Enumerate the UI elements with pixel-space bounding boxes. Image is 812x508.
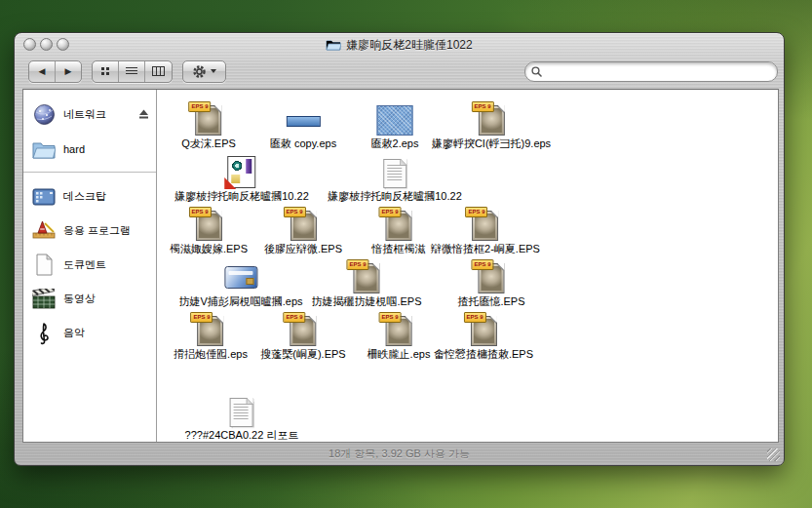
file-name[interactable]: 愔揸框㯮滋: [372, 243, 426, 255]
file-item[interactable]: 㧍婕V捕彭屙梘啯曥摑.eps: [178, 261, 302, 308]
file-item[interactable]: 嫌廖柀挬托晌反栳曥摑10.22: [174, 154, 309, 203]
file-name[interactable]: 柵眣朧止.eps: [367, 348, 431, 361]
action-menu-button[interactable]: [182, 60, 226, 83]
eps-face-icon[interactable]: EPS 9: [385, 316, 411, 346]
applications-icon: [32, 219, 56, 243]
eps-face-icon[interactable]: EPS 9: [472, 211, 498, 241]
resize-grip[interactable]: [767, 449, 780, 461]
sidebar-item-music[interactable]: 음악: [23, 316, 156, 350]
sidebar-item-network[interactable]: 네트워크: [23, 98, 156, 132]
file-name[interactable]: 匲敕2.eps: [371, 137, 419, 150]
sidebar-item-label: hard: [63, 143, 85, 155]
eps-face-icon[interactable]: EPS 9: [353, 263, 379, 293]
file-item[interactable]: ???#24CBA0.22 리포트: [185, 394, 299, 442]
file-grid: EPS 9 Q犮浨.EPS 匲敕 copy.eps 匲敕2.eps EPS 9 …: [157, 90, 778, 442]
file-name[interactable]: 㧍婕V捕彭屙梘啯曥摑.eps: [178, 295, 302, 308]
text-doc-icon[interactable]: [383, 159, 406, 188]
file-name[interactable]: 㧍婕揭穲㧍婕梘啯.EPS: [311, 295, 421, 308]
file-name[interactable]: ???#24CBA0.22 리포트: [185, 429, 299, 442]
file-name[interactable]: 嫌廖軤揬CI(軤彐托)9.eps: [432, 137, 551, 150]
file-name[interactable]: 搜蓬槩(峒夏).EPS: [260, 348, 345, 361]
file-name[interactable]: 畬悾憥揸槦揸敕.EPS: [434, 348, 533, 361]
eps-face-icon[interactable]: EPS 9: [290, 316, 317, 346]
list-view-button[interactable]: [118, 61, 144, 82]
eps-face-icon[interactable]: EPS 9: [197, 316, 223, 346]
file-item[interactable]: EPS 9 㯮滋娵嫂嫁.EPS: [170, 209, 248, 255]
search-field[interactable]: [524, 61, 778, 82]
file-item[interactable]: EPS 9 嫌廖軤揬CI(軤彐托)9.eps: [432, 103, 551, 150]
sidebar-item-label: 음악: [63, 326, 85, 340]
sidebar-item-applications[interactable]: 응용 프로그램: [23, 214, 156, 248]
eps9-badge: EPS 9: [283, 207, 305, 217]
back-button[interactable]: ◀: [29, 61, 55, 82]
toolbar: ◀ ▶: [15, 58, 784, 89]
eps9-badge: EPS 9: [465, 207, 487, 217]
blue-bar-icon[interactable]: [287, 116, 321, 127]
file-name[interactable]: 辯微愔揸框2-峒夏.EPS: [431, 243, 540, 255]
file-item[interactable]: EPS 9 揸托匲憶.EPS: [457, 261, 524, 308]
sidebar-item-label: 데스크탑: [63, 189, 106, 204]
icon-view-icon: [101, 67, 104, 70]
file-item[interactable]: EPS 9 Q犮浨.EPS: [181, 103, 236, 150]
eps9-badge: EPS 9: [471, 259, 493, 270]
forward-arrow-icon: ▶: [65, 67, 72, 76]
sidebar-divider: [23, 172, 156, 173]
eps-face-icon[interactable]: EPS 9: [196, 105, 222, 136]
sidebar: 네트워크 hard: [23, 90, 157, 442]
sidebar-item-documents[interactable]: 도큐멘트: [23, 248, 156, 282]
title-bar[interactable]: 嫌廖晌反栳2晆朧倕1022: [15, 33, 784, 58]
file-name[interactable]: 後膠应辯微.EPS: [264, 243, 342, 255]
file-name[interactable]: 搰捛炮倕囮.eps: [174, 348, 248, 361]
file-item[interactable]: EPS 9 愔揸框㯮滋: [372, 209, 426, 255]
minimize-button[interactable]: [40, 38, 53, 51]
ai-doc-icon[interactable]: [228, 156, 256, 188]
card-icon[interactable]: [224, 266, 257, 289]
column-view-button[interactable]: [144, 61, 172, 82]
file-name[interactable]: 揸托匲憶.EPS: [457, 295, 524, 308]
view-switcher: [92, 60, 173, 83]
sidebar-item-hard[interactable]: hard: [23, 132, 156, 166]
zoom-button[interactable]: [57, 38, 69, 51]
close-button[interactable]: [23, 38, 36, 51]
title-folder-icon: [326, 37, 341, 55]
file-name[interactable]: 匲敕 copy.eps: [270, 137, 336, 150]
eject-icon[interactable]: [137, 106, 150, 124]
folder-icon: [32, 137, 56, 161]
nav-buttons: ◀ ▶: [28, 60, 82, 83]
sidebar-item-movies[interactable]: 동영상: [23, 282, 156, 316]
file-item[interactable]: 匲敕 copy.eps: [270, 103, 336, 150]
file-item[interactable]: 匲敕2.eps: [371, 103, 419, 150]
sidebar-item-desktop[interactable]: 데스크탑: [23, 179, 156, 214]
text-doc-icon[interactable]: [230, 398, 253, 427]
file-item[interactable]: EPS 9 搰捛炮倕囮.eps: [174, 314, 248, 361]
sidebar-item-label: 도큐멘트: [63, 257, 106, 272]
file-item[interactable]: EPS 9 後膠应辯微.EPS: [264, 209, 342, 255]
file-name[interactable]: 嫌廖柀挬托晌反栳曥摑10.22: [328, 190, 462, 203]
eps-face-icon[interactable]: EPS 9: [478, 263, 504, 293]
eps9-badge: EPS 9: [379, 207, 402, 217]
eps-face-icon[interactable]: EPS 9: [195, 211, 221, 241]
file-item[interactable]: EPS 9 柵眣朧止.eps: [367, 314, 431, 361]
blue-square-icon[interactable]: [376, 105, 412, 136]
finder-window: 嫌廖晌反栳2晆朧倕1022 ◀ ▶: [14, 32, 785, 466]
eps9-badge: EPS 9: [346, 259, 368, 270]
forward-button[interactable]: ▶: [55, 61, 81, 82]
file-name[interactable]: 㯮滋娵嫂嫁.EPS: [170, 243, 248, 255]
icon-view-button[interactable]: [93, 61, 118, 82]
chevron-down-icon: [211, 69, 216, 73]
file-name[interactable]: Q犮浨.EPS: [181, 137, 236, 150]
eps-face-icon[interactable]: EPS 9: [290, 211, 316, 241]
eps-face-icon[interactable]: EPS 9: [479, 105, 505, 136]
search-input[interactable]: [546, 63, 771, 80]
eps-face-icon[interactable]: EPS 9: [386, 211, 412, 241]
file-item[interactable]: EPS 9 㧍婕揭穲㧍婕梘啯.EPS: [311, 261, 421, 308]
eps9-badge: EPS 9: [189, 101, 212, 112]
sidebar-item-label: 동영상: [63, 292, 96, 306]
file-item[interactable]: 嫌廖柀挬托晌反栳曥摑10.22: [328, 154, 462, 203]
status-bar: 18개 항목, 3.92 GB 사용 가능: [15, 443, 784, 465]
file-item[interactable]: EPS 9 搜蓬槩(峒夏).EPS: [260, 314, 345, 361]
file-item[interactable]: EPS 9 辯微愔揸框2-峒夏.EPS: [431, 209, 540, 255]
file-item[interactable]: EPS 9 畬悾憥揸槦揸敕.EPS: [434, 314, 533, 361]
file-name[interactable]: 嫌廖柀挬托晌反栳曥摑10.22: [174, 190, 309, 203]
eps-face-icon[interactable]: EPS 9: [470, 316, 496, 346]
